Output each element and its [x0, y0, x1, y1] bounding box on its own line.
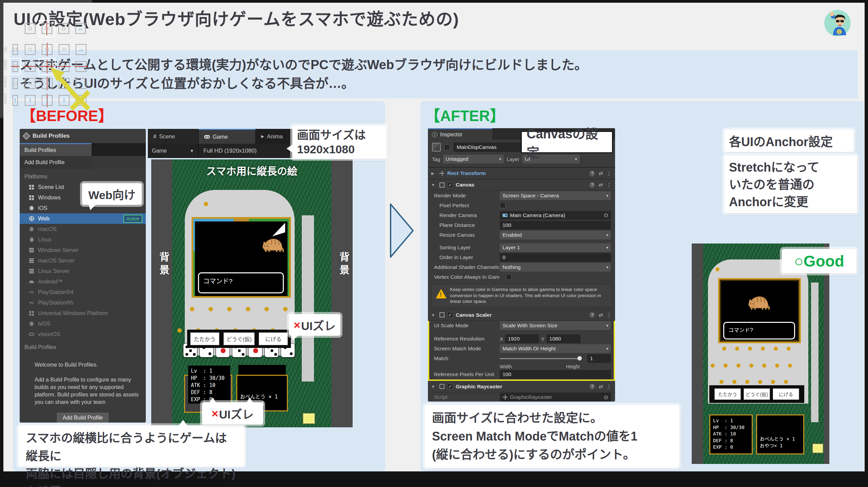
- anchor-cell-top-center[interactable]: [39, 42, 55, 57]
- anchor-cell-middle-left[interactable]: [22, 59, 38, 74]
- fight-button[interactable]: たたかう: [714, 388, 741, 400]
- anchor-cell-custom-stretch-h[interactable]: ↔: [73, 21, 88, 36]
- platform-item-tvos[interactable]: tvOS: [20, 318, 146, 329]
- match-slider[interactable]: [500, 358, 581, 359]
- anchor-cell-top-left[interactable]: [22, 42, 38, 57]
- platform-item-uwp[interactable]: Universal Windows Platform: [20, 308, 146, 318]
- platform-item-web[interactable]: WebActive: [20, 213, 146, 224]
- presets-icon[interactable]: [598, 312, 603, 318]
- camera-icon: [502, 214, 508, 217]
- add-build-profile-button[interactable]: Add Build Profile: [57, 413, 108, 423]
- platform-item-macos[interactable]: macOS: [20, 224, 146, 234]
- game-view-after: コマンド? たたかう どうぐ(仮) にげる Lv : 1 HP : 30/30 …: [692, 244, 829, 464]
- canvas-icon: [439, 182, 445, 188]
- tab-build-profiles[interactable]: Build Profiles: [20, 143, 92, 156]
- tab-scene[interactable]: #Scene: [148, 129, 199, 144]
- cat-sprite: [261, 235, 285, 253]
- platforms-label: Platforms: [20, 169, 146, 182]
- tag-dropdown[interactable]: Untagged▾: [443, 155, 504, 163]
- platform-item-ps5[interactable]: PSPlayStation®5: [20, 297, 146, 308]
- flee-button[interactable]: にげる: [259, 332, 288, 345]
- gameobject-enabled-checkbox[interactable]: [444, 144, 450, 150]
- platform-item-ps4[interactable]: PSPlayStation®4: [20, 287, 146, 297]
- presets-icon[interactable]: [598, 182, 603, 188]
- anchor-cell-middle-right[interactable]: [56, 59, 72, 74]
- match-value-field[interactable]: 1: [587, 354, 611, 363]
- anchor-cell-top-right[interactable]: [56, 42, 72, 57]
- tab-inspector[interactable]: Inspector: [428, 128, 492, 140]
- screen-match-mode-dropdown[interactable]: Match Width Or Height▾: [500, 344, 611, 353]
- resolution-dropdown[interactable]: Full HD (1920x1080): [199, 148, 261, 154]
- platform-item-android[interactable]: Android™: [20, 276, 146, 287]
- ref-ppu-field[interactable]: 100: [500, 370, 611, 379]
- kebab-menu-icon[interactable]: [606, 383, 612, 390]
- canvas-scaler-header[interactable]: ▼ Canvas Scaler: [428, 309, 615, 321]
- y-label: Y: [541, 336, 545, 342]
- anchor-cell-custom-left[interactable]: [22, 21, 38, 36]
- web-target-callout: Web向け: [82, 183, 142, 205]
- anchor-cell-custom-right[interactable]: [56, 21, 72, 36]
- platform-item-linux[interactable]: Linux: [20, 234, 146, 245]
- sorting-layer-dropdown[interactable]: Layer 1▾: [500, 243, 611, 252]
- canvas-header[interactable]: ▼ Canvas: [428, 179, 615, 191]
- shader-channels-dropdown[interactable]: Nothing▾: [500, 263, 611, 272]
- tab-add-build-profile[interactable]: Add Build Profile: [20, 156, 92, 169]
- help-icon[interactable]: [589, 312, 595, 318]
- anchor-cell-top-stretch[interactable]: ↔: [73, 42, 89, 57]
- before-to-after-arrow: [389, 203, 415, 258]
- anchor-cell-custom-top[interactable]: [10, 42, 20, 57]
- canvas-scaler-enabled-checkbox[interactable]: [447, 312, 453, 318]
- reference-x-field[interactable]: 1920: [505, 334, 539, 343]
- anchor-cell-custom-bottom[interactable]: [10, 76, 20, 91]
- presets-icon[interactable]: [598, 170, 603, 176]
- platform-item-linux-server[interactable]: Linux Server: [20, 266, 146, 276]
- help-icon[interactable]: [589, 171, 595, 176]
- kebab-menu-icon[interactable]: [606, 312, 612, 318]
- plane-distance-label: Plane Distance: [428, 222, 500, 228]
- welcome-body: Add a Build Profile to configure as many…: [35, 376, 142, 406]
- slider-knob[interactable]: [577, 356, 582, 361]
- flee-button[interactable]: にげる: [773, 388, 799, 400]
- anchor-cell-bottom-center[interactable]: [39, 76, 55, 91]
- platform-item-visionos[interactable]: visionOS: [20, 329, 146, 339]
- rect-transform-header[interactable]: ▶ Rect Transform: [428, 168, 615, 179]
- help-icon[interactable]: [589, 182, 595, 188]
- anchor-cell-middle-center[interactable]: [39, 59, 55, 74]
- resize-canvas-dropdown[interactable]: Enabled▾: [500, 231, 611, 239]
- item-button[interactable]: どうぐ(仮): [223, 332, 255, 345]
- build-profiles-tabrow: Build Profiles: [20, 143, 146, 156]
- platform-item-windows-server[interactable]: Windows Server: [20, 245, 146, 255]
- callout-tail: [292, 336, 298, 340]
- order-in-layer-field[interactable]: 0: [500, 253, 611, 262]
- anchor-cell-bottom-left[interactable]: [22, 76, 38, 91]
- anchor-cell-bottom-right[interactable]: [56, 76, 72, 91]
- anchor-cell-custom-stretch-v[interactable]: ↕: [10, 93, 20, 108]
- reference-y-field[interactable]: 1080: [547, 334, 580, 343]
- fight-button[interactable]: たたかう: [190, 332, 219, 345]
- platform-item-macos-server[interactable]: macOS Server: [20, 255, 146, 266]
- plane-distance-field[interactable]: 100: [500, 221, 611, 230]
- kebab-menu-icon[interactable]: [606, 170, 612, 177]
- tab-game-label: Game: [213, 134, 228, 140]
- item-button[interactable]: どうぐ(仮): [744, 388, 770, 400]
- vertex-color-checkbox[interactable]: [506, 274, 512, 280]
- render-mode-label: Render Mode: [428, 193, 500, 199]
- pixel-perfect-checkbox[interactable]: [500, 202, 506, 208]
- render-camera-field[interactable]: Main Camera (Camera): [500, 211, 611, 220]
- object-picker-icon[interactable]: [604, 212, 608, 218]
- canvas-enabled-checkbox[interactable]: [447, 182, 453, 188]
- graphic-raycaster-header[interactable]: ▼ Graphic Raycaster: [428, 381, 615, 392]
- kebab-menu-icon[interactable]: [606, 182, 612, 188]
- tab-game[interactable]: Game: [199, 129, 256, 144]
- graphic-raycaster-enabled-checkbox[interactable]: [447, 384, 453, 389]
- render-mode-dropdown[interactable]: Screen Space - Camera▾: [500, 191, 611, 200]
- inspector-tab-label: Inspector: [440, 132, 462, 138]
- anchor-cell-middle-stretch[interactable]: ↔: [73, 59, 89, 74]
- anchor-cell-custom-middle[interactable]: [10, 59, 20, 74]
- presets-icon[interactable]: [598, 384, 603, 390]
- display-target-dropdown[interactable]: Game▼: [148, 144, 199, 158]
- anchor-cell-bottom-stretch[interactable]: ↔: [73, 76, 89, 91]
- anchor-cell-custom-center[interactable]: [39, 21, 55, 36]
- ui-scale-mode-dropdown[interactable]: Scale With Screen Size▾: [500, 321, 611, 330]
- help-icon[interactable]: [589, 384, 595, 389]
